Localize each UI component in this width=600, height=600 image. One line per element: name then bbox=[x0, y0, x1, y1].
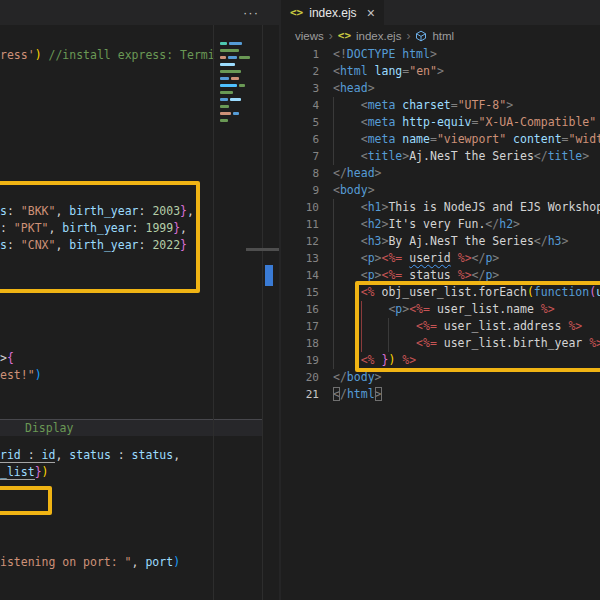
code-line[interactable]: 17<%= user_list.address %> bbox=[281, 318, 600, 335]
code-token: html bbox=[340, 64, 368, 78]
code-token: } bbox=[35, 465, 42, 479]
code-token: title bbox=[548, 149, 583, 163]
line-number: 8 bbox=[281, 165, 319, 182]
code-token: , bbox=[55, 448, 69, 462]
code-line[interactable]: >{ bbox=[0, 350, 14, 367]
code-token: < bbox=[361, 268, 368, 282]
line-number: 3 bbox=[281, 80, 319, 97]
code-token: : bbox=[139, 204, 153, 218]
line-number: 17 bbox=[281, 318, 319, 335]
code-line[interactable]: est!") bbox=[0, 367, 42, 384]
code-token: user_list.address bbox=[437, 319, 569, 333]
right-editor-pane[interactable]: 1<!DOCTYPE html>2<html lang="en">3<head>… bbox=[281, 46, 600, 600]
code-line[interactable]: istening on port: ", port) bbox=[0, 554, 180, 571]
code-token: = bbox=[562, 132, 569, 146]
code-line[interactable]: 15<% obj_user_list.forEach(function(u bbox=[281, 284, 600, 301]
right-code-area[interactable]: 1<!DOCTYPE html>2<html lang="en">3<head>… bbox=[281, 46, 600, 403]
code-token: "PKT" bbox=[14, 221, 49, 235]
code-line[interactable]: : "PKT", birth_year: 1999}, bbox=[0, 220, 187, 237]
scrollbar-thumb[interactable] bbox=[246, 248, 279, 251]
line-number: 13 bbox=[281, 250, 319, 267]
line-number: 1 bbox=[281, 46, 319, 63]
code-token: h1 bbox=[368, 200, 382, 214]
indent-guide bbox=[388, 335, 416, 352]
indent-guide bbox=[333, 267, 361, 284]
code-token: </ bbox=[472, 268, 486, 282]
code-line[interactable]: s: "BKK", birth_year: 2003}, bbox=[0, 203, 194, 220]
code-line[interactable]: 7<title>Aj.NesT the Series</title> bbox=[281, 148, 600, 165]
code-token: user_list.name bbox=[430, 302, 541, 316]
code-token: </ bbox=[333, 370, 347, 384]
tab-index-ejs[interactable]: <> index.ejs × bbox=[281, 0, 384, 25]
breadcrumb-views[interactable]: views bbox=[295, 30, 324, 42]
code-token: < bbox=[333, 387, 340, 401]
code-line[interactable]: 6<meta name="viewport" content="widt bbox=[281, 131, 600, 148]
code-token: <%= bbox=[382, 268, 403, 282]
code-token: "CNX" bbox=[21, 238, 56, 252]
breadcrumb-index-ejs[interactable]: index.ejs bbox=[356, 30, 401, 42]
breadcrumb-separator: › bbox=[406, 29, 410, 43]
code-token: > bbox=[582, 149, 589, 163]
code-token: , bbox=[55, 204, 69, 218]
code-line[interactable]: 13<p><%= userid %></p> bbox=[281, 250, 600, 267]
more-actions-icon[interactable]: ··· bbox=[243, 5, 259, 20]
code-token: ) bbox=[35, 48, 42, 62]
code-line[interactable]: 12<h3>By Aj.NesT the Series</h3> bbox=[281, 233, 600, 250]
code-token: < bbox=[361, 217, 368, 231]
left-scrollbar[interactable] bbox=[262, 25, 279, 600]
code-line[interactable]: 2<html lang="en"> bbox=[281, 63, 600, 80]
code-token: </ bbox=[534, 149, 548, 163]
code-token: : bbox=[0, 221, 14, 235]
code-token: %> bbox=[568, 319, 582, 333]
breadcrumb-html[interactable]: html bbox=[432, 30, 454, 42]
left-editor-tabstrip: ··· bbox=[0, 0, 279, 25]
code-token: "BKK" bbox=[21, 204, 56, 218]
code-line[interactable]: 21</html> bbox=[281, 386, 600, 403]
code-token: < bbox=[361, 132, 368, 146]
indent-guide bbox=[333, 352, 361, 369]
code-token: <%= bbox=[416, 319, 437, 333]
code-token: > bbox=[375, 387, 382, 401]
code-token: "widt bbox=[569, 132, 600, 146]
code-token: , bbox=[48, 221, 62, 235]
code-line[interactable]: rid : id, status : status, bbox=[0, 447, 180, 464]
code-line[interactable]: ress') //install express: Termi bbox=[0, 47, 215, 64]
code-line[interactable]: 18<%= user_list.birth_year %>< bbox=[281, 335, 600, 352]
line-number: 2 bbox=[281, 63, 319, 80]
code-line[interactable]: 1<!DOCTYPE html> bbox=[281, 46, 600, 63]
code-token: http-equiv bbox=[402, 115, 471, 129]
minimap[interactable] bbox=[213, 25, 263, 600]
code-line[interactable]: 5<meta http-equiv="X-UA-Compatible" bbox=[281, 114, 600, 131]
code-token: u bbox=[596, 285, 600, 299]
line-number: 11 bbox=[281, 216, 319, 233]
close-icon[interactable]: × bbox=[367, 5, 375, 21]
code-line[interactable]: _list}) bbox=[0, 464, 49, 481]
code-line[interactable]: 11<h2>It's very Fun.</h2> bbox=[281, 216, 600, 233]
code-token: %> bbox=[589, 336, 600, 350]
code-token: <% bbox=[361, 285, 375, 299]
code-line[interactable]: 10<h1>This is NodeJS and EJS Workshop bbox=[281, 199, 600, 216]
code-line[interactable]: 8</head> bbox=[281, 165, 600, 182]
code-token: <%= bbox=[382, 251, 403, 265]
code-token: ress' bbox=[0, 48, 35, 62]
code-line[interactable]: 4<meta charset="UTF-8"> bbox=[281, 97, 600, 114]
left-editor-pane[interactable]: ress') //install express: Termis: "BKK",… bbox=[0, 25, 279, 600]
line-number: 10 bbox=[281, 199, 319, 216]
code-line[interactable]: s: "CNX", birth_year: 2022} bbox=[0, 237, 187, 254]
tab-label: index.ejs bbox=[309, 6, 356, 20]
code-token: html bbox=[402, 47, 430, 61]
code-token: = bbox=[451, 98, 458, 112]
code-line[interactable]: 20</body> bbox=[281, 369, 600, 386]
code-token: > bbox=[375, 370, 382, 384]
code-token: birth_year bbox=[69, 204, 138, 218]
code-line[interactable]: 14<p><%= status %></p> bbox=[281, 267, 600, 284]
code-token: 2003 bbox=[152, 204, 180, 218]
code-token: > bbox=[506, 98, 513, 112]
code-line[interactable]: 16<p><%= user_list.name %> bbox=[281, 301, 600, 318]
code-line[interactable]: 19<% }) %> bbox=[281, 352, 600, 369]
code-line[interactable]: 9<body> bbox=[281, 182, 600, 199]
code-token: > bbox=[513, 217, 520, 231]
code-line[interactable]: 3<head> bbox=[281, 80, 600, 97]
code-token: _list bbox=[0, 465, 35, 480]
code-token: > bbox=[492, 251, 499, 265]
